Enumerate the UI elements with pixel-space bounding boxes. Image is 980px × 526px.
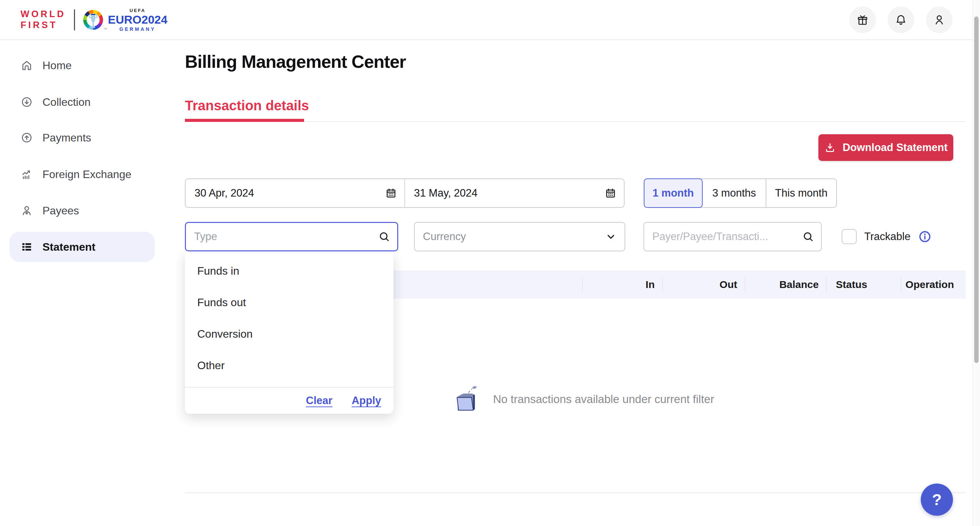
content-bottom-divider <box>185 493 966 493</box>
worldfirst-wordmark: WORLD FIRST <box>21 9 66 31</box>
option-conversion[interactable]: Conversion <box>185 318 393 350</box>
sidebar-item-label: Foreign Exchange <box>43 168 132 181</box>
active-tab-indicator <box>185 119 304 122</box>
download-statement-button[interactable]: Download Statement <box>818 134 953 161</box>
option-other[interactable]: Other <box>185 350 393 381</box>
sidebar-item-payments[interactable]: Payments <box>10 122 155 153</box>
date-to-field[interactable]: 31 May, 2024 <box>405 179 624 207</box>
trademark-symbol: ™ <box>103 27 107 31</box>
billing-page: WORLD FIRST ™ UEFA <box>0 0 980 526</box>
sidebar-item-label: Home <box>43 59 72 72</box>
account-button[interactable] <box>926 6 953 33</box>
date-to-value: 31 May, 2024 <box>414 187 478 199</box>
period-3-months-button[interactable]: 3 months <box>703 179 766 207</box>
column-header-out: Out <box>662 270 745 299</box>
column-header-balance: Balance <box>745 270 826 299</box>
payer-search-input[interactable] <box>644 230 802 243</box>
empty-state: No transactions available under current … <box>454 383 714 415</box>
user-icon <box>933 13 946 26</box>
notifications-button[interactable] <box>888 6 914 33</box>
info-icon[interactable] <box>918 230 932 243</box>
search-icon <box>802 230 814 243</box>
period-toggle-group: 1 month 3 months This month <box>644 178 837 208</box>
trackable-filter: Trackable <box>842 222 932 251</box>
period-this-month-button[interactable]: This month <box>766 179 836 207</box>
download-icon <box>824 142 836 153</box>
apply-button[interactable]: Apply <box>352 394 381 407</box>
germany-label: GERMANY <box>119 27 156 32</box>
trackable-checkbox[interactable] <box>842 229 857 244</box>
sidebar-item-label: Payments <box>43 132 91 144</box>
gift-icon <box>856 13 869 26</box>
sidebar-item-collection[interactable]: Collection <box>10 87 155 117</box>
trackable-label: Trackable <box>864 230 910 243</box>
type-options-list: Funds in Funds out Conversion Other <box>185 252 393 381</box>
chevron-down-icon <box>605 231 616 242</box>
logo-divider <box>74 9 75 30</box>
home-icon <box>21 59 33 72</box>
trophy-icon <box>88 9 98 31</box>
topbar-actions <box>849 6 980 33</box>
tab-transaction-details[interactable]: Transaction details <box>185 98 309 113</box>
option-funds-in[interactable]: Funds in <box>185 255 393 287</box>
clear-button[interactable]: Clear <box>306 394 332 407</box>
column-header-operation: Operation <box>901 270 966 299</box>
currency-select[interactable]: Currency <box>414 222 625 251</box>
type-dropdown-panel: Funds in Funds out Conversion Other Clea… <box>185 252 393 414</box>
option-funds-out[interactable]: Funds out <box>185 287 393 318</box>
euro2024-wheel-icon: ™ <box>83 10 103 30</box>
empty-folder-icon <box>454 383 482 415</box>
top-bar: WORLD FIRST ™ UEFA <box>0 0 980 40</box>
empty-state-message: No transactions available under current … <box>493 393 714 406</box>
arrow-up-circle-icon <box>21 132 33 144</box>
statement-list-icon <box>21 241 33 253</box>
euro2024-wordmark: UEFA EURO2024 GERMANY <box>108 8 167 32</box>
sidebar-item-label: Payees <box>43 205 79 217</box>
sidebar-item-statement[interactable]: Statement <box>10 232 155 262</box>
euro2024-logo: ™ UEFA EURO2024 GERMANY <box>83 8 167 32</box>
worldfirst-word-2: FIRST <box>21 20 66 31</box>
calendar-icon <box>385 188 397 199</box>
date-range-picker: 30 Apr, 2024 31 May, 2024 <box>185 178 625 208</box>
euro2024-label: EURO2024 <box>108 14 167 25</box>
user-arrow-down-icon <box>21 205 33 217</box>
page-scrollbar-track <box>972 0 980 526</box>
type-search-input[interactable] <box>186 230 378 243</box>
dropdown-footer: Clear Apply <box>185 387 393 414</box>
sidebar-item-label: Statement <box>43 241 95 253</box>
bell-icon <box>894 13 907 26</box>
date-from-field[interactable]: 30 Apr, 2024 <box>186 179 404 207</box>
sidebar-item-home[interactable]: Home <box>10 50 155 81</box>
uefa-label: UEFA <box>130 8 146 13</box>
help-question-mark: ? <box>932 490 942 509</box>
brand-logo: WORLD FIRST ™ UEFA <box>0 8 167 32</box>
sidebar-item-foreign-exchange[interactable]: Foreign Exchange <box>10 159 155 189</box>
rewards-button[interactable] <box>849 6 876 33</box>
sidebar-item-payees[interactable]: Payees <box>10 195 155 226</box>
worldfirst-word-1: WORLD <box>21 9 66 20</box>
sidebar-item-label: Collection <box>43 96 91 108</box>
chart-trend-icon <box>21 168 33 181</box>
type-filter-box <box>185 222 398 251</box>
column-header-in: In <box>582 270 662 299</box>
calendar-icon <box>605 188 616 199</box>
download-statement-label: Download Statement <box>843 141 948 154</box>
payer-search-box <box>643 222 822 251</box>
currency-placeholder: Currency <box>423 230 466 243</box>
date-from-value: 30 Apr, 2024 <box>194 187 254 199</box>
page-scrollbar-thumb[interactable] <box>974 16 978 363</box>
page-title: Billing Management Center <box>185 51 406 72</box>
search-icon <box>378 230 390 243</box>
column-header-status: Status <box>826 270 901 299</box>
help-button[interactable]: ? <box>921 483 953 516</box>
period-1-month-button[interactable]: 1 month <box>644 178 703 208</box>
arrow-down-circle-icon <box>21 96 33 108</box>
